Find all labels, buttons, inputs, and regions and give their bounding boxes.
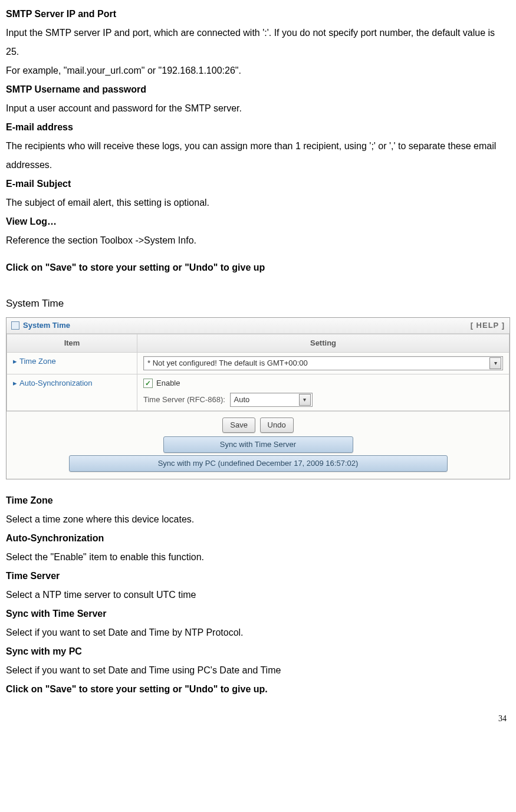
bullet-icon: ▸ [13,357,17,366]
para-email-address: The recipients who will receive these lo… [6,137,510,175]
sync-time-server-button[interactable]: Sync with Time Server [163,436,353,453]
heading-timezone: Time Zone [6,491,510,510]
timeserver-dropdown-value: Auto [234,395,250,405]
enable-label: Enable [156,378,180,389]
row-setting-autosync: ✓ Enable Time Server (RFC-868): Auto ▾ [137,374,510,410]
system-time-panel: System Time [ HELP ] Item Setting ▸Time … [6,317,510,479]
heading-sync-pc: Sync with my PC [6,642,510,661]
spacer [6,250,510,258]
table-header-row: Item Setting [7,334,510,353]
heading-autosync: Auto-Synchronization [6,529,510,548]
heading-sync-timeserver: Sync with Time Server [6,604,510,623]
row-label-timezone: ▸Time Zone [7,353,137,374]
timeserver-dropdown[interactable]: Auto ▾ [230,393,313,407]
bullet-icon: ▸ [13,379,17,387]
heading-timeserver: Time Server [6,567,510,586]
row-label-autosync: ▸Auto-Synchronization [7,374,137,410]
panel-icon [11,321,19,330]
col-header-item: Item [7,334,137,353]
para-timezone: Select a time zone where this device loc… [6,510,510,529]
para-timeserver: Select a NTP time server to consult UTC … [6,586,510,604]
row-setting-timezone: * Not yet configured! The default is GMT… [137,353,510,374]
timeserver-line: Time Server (RFC-868): Auto ▾ [143,393,503,407]
heading-email-address: E-mail address [6,118,510,137]
para-view-log: Reference the section Toolbox ->System I… [6,231,510,250]
timezone-dropdown-value: * Not yet configured! The default is GMT… [147,358,308,369]
panel-header: System Time [ HELP ] [6,318,510,334]
table-row: ▸Auto-Synchronization ✓ Enable Time Serv… [7,374,510,410]
timeserver-prefix: Time Server (RFC-868): [143,395,225,404]
chevron-down-icon: ▾ [489,357,501,369]
panel-button-row: Save Undo Sync with Time Server Sync wit… [6,411,510,479]
para-email-subject: The subject of email alert, this setting… [6,193,510,212]
para-smtp-server-1: Input the SMTP server IP and port, which… [6,24,510,61]
heading-system-time: System Time [6,294,510,314]
para-autosync: Select the "Enable" item to enable this … [6,548,510,567]
heading-view-log: View Log… [6,212,510,231]
heading-smtp-server: SMTP Server IP and Port [6,5,510,24]
panel-title: System Time [23,320,70,331]
settings-table: Item Setting ▸Time Zone * Not yet config… [6,334,510,410]
timezone-dropdown[interactable]: * Not yet configured! The default is GMT… [143,356,503,370]
table-row: ▸Time Zone * Not yet configured! The def… [7,353,510,374]
undo-button[interactable]: Undo [260,417,294,433]
chevron-down-icon: ▾ [299,394,311,406]
para-save-undo-2: Click on "Save" to store your setting or… [6,680,510,699]
para-sync-pc: Select if you want to set Date and Time … [6,661,510,680]
save-button[interactable]: Save [222,417,255,433]
help-link[interactable]: [ HELP ] [471,320,505,331]
heading-smtp-user: SMTP Username and password [6,80,510,99]
para-save-undo-1: Click on "Save" to store your setting or… [6,258,510,277]
spacer [6,479,510,491]
para-smtp-user: Input a user account and password for th… [6,99,510,118]
document-page: SMTP Server IP and Port Input the SMTP s… [0,0,516,742]
enable-checkbox[interactable]: ✓ [143,379,153,388]
para-sync-timeserver: Select if you want to set Date and Time … [6,623,510,642]
heading-email-subject: E-mail Subject [6,175,510,193]
para-smtp-server-2: For example, "mail.your_url.com" or "192… [6,61,510,80]
sync-my-pc-button[interactable]: Sync with my PC (undefined December 17, … [69,455,448,472]
page-number: 34 [6,699,510,731]
col-header-setting: Setting [137,334,510,353]
